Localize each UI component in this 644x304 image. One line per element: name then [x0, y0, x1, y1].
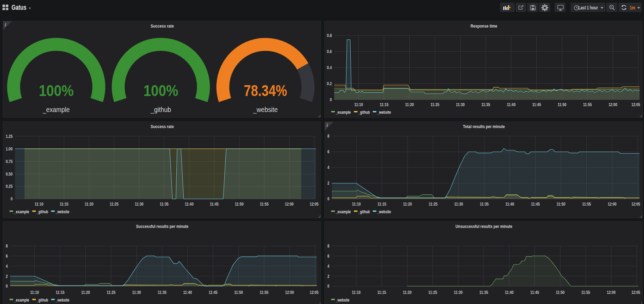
- svg-text:11:50: 11:50: [556, 290, 565, 295]
- svg-text:4: 4: [327, 165, 329, 170]
- svg-text:11:35: 11:35: [481, 102, 490, 107]
- svg-text:11:15: 11:15: [60, 202, 68, 207]
- svg-text:11:50: 11:50: [234, 290, 243, 295]
- svg-text:_website: _website: [377, 209, 391, 214]
- svg-text:12:05: 12:05: [631, 290, 640, 295]
- svg-text:11:45: 11:45: [532, 102, 541, 107]
- svg-text:_website: _website: [55, 298, 69, 303]
- svg-text:11:35: 11:35: [160, 202, 169, 207]
- svg-text:11:10: 11:10: [352, 290, 361, 295]
- svg-text:11:20: 11:20: [403, 202, 412, 207]
- svg-text:11:50: 11:50: [558, 102, 566, 107]
- svg-text:11:55: 11:55: [582, 202, 591, 207]
- svg-text:1.00: 1.00: [6, 147, 13, 151]
- svg-text:0.6: 0.6: [327, 49, 332, 54]
- svg-text:11:40: 11:40: [185, 202, 193, 207]
- svg-text:11:40: 11:40: [183, 290, 192, 295]
- svg-text:_github: _github: [150, 105, 171, 114]
- svg-text:0: 0: [327, 284, 329, 289]
- svg-text:11:40: 11:40: [505, 202, 514, 207]
- svg-text:8: 8: [6, 244, 8, 249]
- svg-text:11:20: 11:20: [405, 102, 414, 107]
- svg-text:6: 6: [327, 254, 329, 259]
- svg-text:2: 2: [6, 274, 8, 279]
- svg-text:12:00: 12:00: [608, 202, 616, 207]
- svg-text:11:30: 11:30: [135, 202, 144, 207]
- svg-text:11:45: 11:45: [210, 202, 219, 207]
- svg-text:12:05: 12:05: [631, 202, 640, 207]
- svg-text:_github: _github: [358, 110, 370, 115]
- svg-text:6: 6: [6, 254, 8, 259]
- svg-text:12:00: 12:00: [285, 202, 294, 207]
- svg-text:4: 4: [327, 264, 329, 269]
- svg-text:0: 0: [330, 97, 332, 102]
- svg-text:100%: 100%: [39, 82, 74, 99]
- svg-text:11:10: 11:10: [352, 202, 361, 207]
- svg-text:0: 0: [6, 284, 8, 289]
- svg-text:11:15: 11:15: [380, 102, 388, 107]
- svg-text:Response time: Response time: [470, 23, 497, 29]
- svg-text:11:55: 11:55: [583, 102, 592, 107]
- svg-text:11:30: 11:30: [454, 290, 463, 295]
- svg-text:Gatus: Gatus: [12, 3, 27, 11]
- svg-text:78.34%: 78.34%: [244, 82, 287, 99]
- svg-text:8: 8: [327, 134, 329, 139]
- svg-text:11:15: 11:15: [56, 290, 65, 295]
- svg-text:11:20: 11:20: [85, 202, 94, 207]
- svg-text:_example: _example: [14, 209, 29, 214]
- svg-text:8: 8: [327, 244, 329, 249]
- svg-text:11:25: 11:25: [429, 290, 437, 295]
- svg-text:0.4: 0.4: [327, 65, 332, 70]
- svg-text:11:35: 11:35: [480, 290, 488, 295]
- svg-text:11:25: 11:25: [429, 202, 438, 207]
- svg-text:100%: 100%: [144, 82, 178, 99]
- svg-text:Success rate: Success rate: [151, 124, 174, 129]
- svg-text:_github: _github: [36, 298, 48, 303]
- svg-text:0.75: 0.75: [6, 159, 13, 164]
- svg-text:11:55: 11:55: [260, 202, 269, 207]
- svg-text:Successful results per minute: Successful results per minute: [136, 224, 189, 229]
- svg-text:11:10: 11:10: [30, 290, 39, 295]
- svg-text:12:05: 12:05: [631, 102, 640, 107]
- svg-text:_website: _website: [253, 105, 278, 114]
- svg-text:11:30: 11:30: [132, 290, 141, 295]
- svg-text:0.25: 0.25: [6, 184, 13, 189]
- svg-text:_example: _example: [335, 209, 351, 214]
- svg-text:0.2: 0.2: [327, 81, 332, 86]
- svg-text:11:35: 11:35: [158, 290, 167, 295]
- svg-text:11:45: 11:45: [531, 202, 540, 207]
- svg-text:11:35: 11:35: [480, 202, 489, 207]
- svg-text:11:45: 11:45: [209, 290, 218, 295]
- svg-text:_website: _website: [335, 298, 349, 303]
- svg-text:12:00: 12:00: [285, 290, 294, 295]
- svg-text:_example: _example: [42, 105, 69, 114]
- svg-text:11:55: 11:55: [260, 290, 269, 295]
- svg-text:11:40: 11:40: [507, 102, 515, 107]
- svg-text:11:10: 11:10: [354, 102, 363, 107]
- svg-text:11:25: 11:25: [110, 202, 118, 207]
- svg-text:_github: _github: [36, 209, 48, 214]
- svg-text:11:55: 11:55: [581, 290, 590, 295]
- svg-text:_example: _example: [335, 110, 351, 115]
- svg-text:11:45: 11:45: [530, 290, 539, 295]
- svg-text:0.8: 0.8: [327, 33, 332, 38]
- svg-text:11:30: 11:30: [454, 202, 463, 207]
- svg-text:11:30: 11:30: [456, 102, 465, 107]
- svg-text:6: 6: [327, 149, 329, 154]
- svg-text:Success rate: Success rate: [151, 23, 174, 29]
- svg-text:_website: _website: [55, 209, 69, 214]
- svg-text:2: 2: [327, 274, 329, 279]
- svg-text:4: 4: [6, 264, 8, 269]
- svg-text:12:05: 12:05: [310, 202, 319, 207]
- svg-text:_example: _example: [14, 298, 29, 303]
- svg-text:11:50: 11:50: [235, 202, 244, 207]
- svg-text:11:40: 11:40: [505, 290, 514, 295]
- svg-text:0: 0: [327, 197, 329, 201]
- svg-text:_website: _website: [377, 110, 391, 115]
- svg-text:Unsuccessful results per minut: Unsuccessful results per minute: [455, 224, 512, 229]
- svg-text:12:00: 12:00: [607, 290, 616, 295]
- svg-text:0.50: 0.50: [6, 172, 13, 177]
- svg-text:11:25: 11:25: [107, 290, 116, 295]
- svg-text:11:15: 11:15: [378, 290, 386, 295]
- svg-text:11:20: 11:20: [403, 290, 412, 295]
